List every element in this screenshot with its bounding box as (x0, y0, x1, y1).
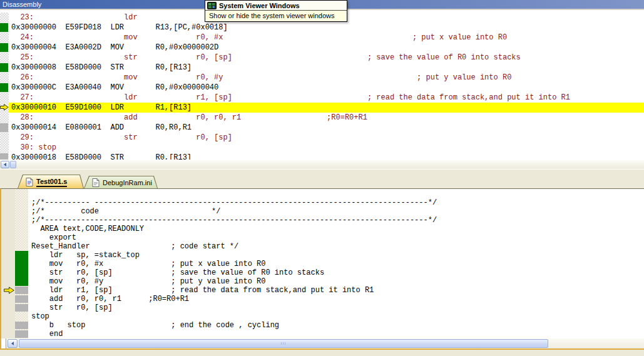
breakpoint-gutter[interactable] (0, 83, 9, 93)
editor-line[interactable]: str r0, [sp] ; save the value of R0 into… (1, 268, 644, 277)
disassembly-row[interactable]: 27: ldr r1, [sp] ; read the data from st… (0, 93, 644, 103)
breakpoint-gutter[interactable] (0, 113, 9, 123)
disassembly-row[interactable]: 28: add r0, r0, r1 ;R0=R0+R1 (0, 113, 644, 123)
code-line-marker-icon (15, 287, 28, 294)
disassembly-window: Disassembly 23: ldr sp, =stack_top 0x300… (0, 0, 644, 169)
editor-line[interactable]: end (1, 330, 644, 338)
breakpoint-gutter[interactable] (0, 53, 9, 63)
editor-line[interactable]: mov r0, #x ; put x value into R0 (1, 260, 644, 268)
coverage-marker-icon (0, 83, 8, 92)
breakpoint-gutter[interactable] (0, 33, 9, 43)
document-icon (92, 178, 100, 187)
breakpoint-gutter[interactable] (0, 103, 9, 113)
disassembly-row[interactable]: 0x30000008 E58D0000 STR R0,[R13] (0, 63, 644, 73)
document-icon (26, 178, 33, 186)
editor-line[interactable]: ;/*-------------------------------------… (1, 216, 644, 225)
editor-line[interactable]: mov r0, #y ; put y value into R0 (1, 277, 644, 286)
scroll-thumb[interactable] (10, 161, 16, 168)
breakpoint-gutter[interactable] (0, 123, 9, 133)
disassembly-title: Disassembly (3, 1, 41, 8)
tab-debuginram-ini[interactable]: DebugInRam.ini (84, 176, 158, 188)
breakpoint-gutter[interactable] (0, 93, 9, 103)
editor-line[interactable]: ;/* code */ (1, 207, 644, 216)
disassembly-row[interactable]: 0x3000000C E3A00040 MOV R0,#0x00000040 (0, 83, 644, 93)
disassembly-current-row[interactable]: 0x30000010 E59D1000 LDR R1,[R13] (0, 103, 644, 113)
disassembly-row[interactable]: 26: mov r0, #y ; put y value into R0 (0, 73, 644, 83)
tab-label: DebugInRam.ini (103, 179, 152, 186)
disassembly-row[interactable]: 0x30000004 E3A0002D MOV R0,#0x0000002D (0, 43, 644, 53)
breakpoint-gutter[interactable] (0, 63, 9, 73)
tooltip-title: System Viewer Windows (219, 2, 300, 9)
scroll-thumb[interactable] (19, 339, 548, 348)
disassembly-row[interactable]: 0x30000000 E59FD018 LDR R13,[PC,#0x0018] (0, 23, 644, 33)
disassembly-row[interactable]: 29: str r0, [sp] (0, 133, 644, 143)
coverage-marker-icon (15, 277, 28, 286)
app-screen: Disassembly 23: ldr sp, =stack_top 0x300… (0, 0, 644, 356)
editor-line[interactable]: export (1, 233, 644, 242)
disassembly-content[interactable]: 23: ldr sp, =stack_top 0x30000000 E59FD0… (0, 10, 644, 160)
disassembly-row[interactable]: 0x30000014 E0800001 ADD R0,R0,R1 (0, 123, 644, 133)
editor-code-area[interactable]: ;/*---------- --------------------------… (1, 198, 644, 338)
breakpoint-gutter[interactable] (0, 73, 9, 83)
breakpoint-gutter[interactable] (0, 23, 9, 33)
editor-current-line[interactable]: ldr r1, [sp] ; read the data from stack,… (1, 286, 644, 295)
tab-test001-s[interactable]: Test001.s (18, 175, 84, 188)
editor-hscrollbar[interactable] (6, 338, 644, 348)
breakpoint-gutter[interactable] (0, 133, 9, 143)
pane-divider (0, 169, 644, 170)
disassembly-hscrollbar[interactable] (0, 160, 644, 169)
left-arrow-icon (11, 342, 14, 345)
tooltip: System Viewer Windows Show or hide the s… (205, 0, 347, 22)
coverage-marker-icon (15, 251, 28, 260)
coverage-marker-icon (0, 43, 8, 52)
editor-line[interactable]: add r0, r0, r1 ;R0=R0+R1 (1, 295, 644, 303)
editor-line[interactable]: AREA text,CODE,READONLY (1, 225, 644, 233)
editor-line[interactable]: ;/*---------- --------------------------… (1, 198, 644, 207)
disassembly-row[interactable]: 25: str r0, [sp] ; save the value of R0 … (0, 53, 644, 63)
tooltip-header: System Viewer Windows (205, 1, 347, 11)
editor-line[interactable]: stop (1, 312, 644, 321)
coverage-marker-icon (0, 63, 8, 72)
code-line-marker-icon (15, 295, 28, 303)
disassembly-rows: 23: ldr sp, =stack_top 0x30000000 E59FD0… (0, 13, 644, 160)
code-line-marker-icon (15, 330, 28, 338)
disassembly-row[interactable]: 30: stop (0, 143, 644, 153)
editor-tabbar: Test001.s DebugInRam.ini (0, 174, 644, 188)
code-line-marker-icon (0, 123, 8, 132)
current-statement-arrow-icon (0, 104, 9, 111)
tab-label: Test001.s (36, 178, 67, 187)
system-viewer-icon (207, 2, 217, 9)
scroll-left-button[interactable] (1, 161, 9, 168)
editor-window: ;/*---------- --------------------------… (0, 188, 644, 350)
coverage-marker-icon (15, 260, 28, 268)
left-arrow-icon (4, 163, 6, 166)
editor-line[interactable]: b stop ; end the code , cycling (1, 321, 644, 330)
disassembly-row[interactable]: 24: mov r0, #x ; put x value into R0 (0, 33, 644, 43)
breakpoint-gutter[interactable] (0, 43, 9, 53)
current-statement-arrow-icon (4, 287, 14, 294)
code-line-marker-icon (15, 304, 28, 312)
breakpoint-gutter[interactable] (0, 143, 9, 153)
editor-line[interactable]: Reset_Handler ; code start */ (1, 242, 644, 251)
breakpoint-gutter[interactable] (0, 13, 9, 23)
code-line-marker-icon (15, 322, 28, 329)
coverage-marker-icon (15, 268, 28, 277)
editor-line[interactable]: ldr sp, =stack_top (1, 251, 644, 260)
editor-line[interactable]: str r0, [sp] (1, 303, 644, 312)
tooltip-description: Show or hide the system viewer windows (205, 11, 347, 21)
coverage-marker-icon (0, 23, 8, 32)
scroll-left-button[interactable] (8, 339, 18, 348)
